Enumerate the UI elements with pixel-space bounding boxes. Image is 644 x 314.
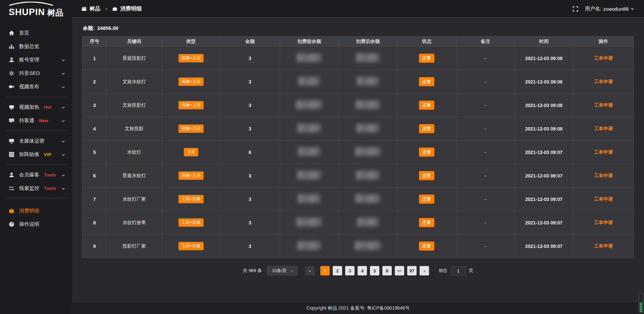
page-button-97[interactable]: 97	[407, 266, 417, 275]
table-row: 6景观水纹灯前缀+主词3正常-2021-12-03 09:07工单申请	[83, 164, 634, 188]
page-button-4[interactable]: 4	[358, 266, 367, 275]
cell-no: 5	[83, 141, 107, 164]
cell-no: 3	[83, 94, 107, 117]
type-badge: 主词+后缀	[178, 218, 204, 227]
sidebar-item-user-solid[interactable]: 会员爆客Tools	[0, 168, 72, 181]
ticket-apply-link[interactable]: 工单申请	[594, 79, 613, 84]
sidebar-item-video[interactable]: 视频发布	[0, 80, 72, 93]
status-badge: 正常	[419, 77, 434, 86]
cell-status: 正常	[397, 141, 456, 164]
sidebar-divider	[6, 198, 68, 199]
indicator-bar	[640, 309, 642, 310]
logo-text: SHUPIN	[9, 8, 45, 17]
sidebar-item-badge: VIP	[44, 152, 51, 157]
goto-page-input[interactable]	[451, 266, 466, 275]
status-badge: 正常	[419, 171, 434, 180]
cell-keyword: 投影灯厂家	[107, 234, 162, 258]
cell-balance-before	[280, 234, 339, 258]
sidebar-item-grid[interactable]: 矩阵助推VIP	[0, 148, 72, 161]
ticket-apply-link[interactable]: 工单申请	[594, 149, 613, 155]
cell-keyword: 文旅投影灯	[107, 94, 162, 117]
cell-remark: -	[456, 94, 515, 117]
overlay-widget[interactable]	[639, 293, 643, 313]
page-size-select[interactable]: 10条/页	[267, 266, 298, 275]
indicator-bar	[640, 311, 642, 312]
username-value: zswodun88	[603, 6, 629, 12]
masked-balance-value	[357, 77, 379, 86]
ticket-apply-link[interactable]: 工单申请	[594, 220, 613, 225]
column-header-balance-before: 扣费前余额	[280, 37, 339, 47]
table-header-row: 序号关键词类型金额扣费前余额扣费后余额状态备注时间操作	[83, 37, 634, 47]
sidebar-item-label: 全媒体运营	[19, 138, 44, 144]
user-menu[interactable]: 用户名: zswodun88	[585, 6, 635, 12]
topbar: 树品 > 消费明细 用户名: zswodun88	[72, 0, 644, 18]
ticket-apply-link[interactable]: 工单申请	[594, 102, 613, 108]
sidebar-item-label: 矩阵助推	[19, 151, 39, 158]
ticket-apply-link[interactable]: 工单申请	[594, 55, 613, 61]
cell-keyword: 水纹灯厂家	[107, 188, 162, 211]
sidebar-item-comment[interactable]: 抖客通New	[0, 114, 72, 127]
sidebar-item-label: 操作说明	[19, 221, 39, 227]
breadcrumb-item-home[interactable]: 树品	[82, 5, 100, 12]
pagination: 共 969 条 10条/页 ‹ 123456•••97 › 前往 页	[82, 266, 634, 275]
sidebar-item-bar-chart[interactable]: 数据总览	[0, 40, 72, 53]
column-header-amount: 金额	[220, 37, 280, 47]
page-button-5[interactable]: 5	[370, 266, 379, 275]
masked-balance-value	[298, 241, 321, 250]
cell-type: 前缀+主词	[162, 47, 220, 70]
page-button-1[interactable]: 1	[320, 266, 330, 275]
masked-balance-value	[357, 218, 379, 226]
sidebar-item-monitor[interactable]: 全媒体运营	[0, 134, 72, 148]
cell-remark: -	[456, 47, 515, 70]
ticket-apply-link[interactable]: 工单申请	[594, 196, 613, 202]
prev-page-button[interactable]: ‹	[305, 266, 315, 275]
next-page-button[interactable]: ›	[420, 266, 429, 275]
status-badge: 正常	[419, 148, 434, 157]
page-button-2[interactable]: 2	[333, 266, 342, 275]
cell-action: 工单申请	[573, 164, 634, 188]
ticket-apply-link[interactable]: 工单申请	[594, 243, 613, 249]
cell-balance-before	[280, 164, 339, 188]
column-header-keyword: 关键词	[107, 37, 162, 47]
table-row: 9投影灯厂家主词+后缀3正常-2021-12-03 09:07工单申请	[83, 234, 634, 258]
cell-remark: -	[456, 70, 515, 94]
goto-label: 前往	[439, 268, 447, 274]
sidebar-item-home[interactable]: 首页	[0, 26, 72, 40]
cell-balance-after	[339, 234, 397, 258]
username-label: 用户名:	[585, 6, 601, 12]
page-button-6[interactable]: 6	[382, 266, 392, 275]
cell-balance-before	[280, 141, 339, 164]
cell-status: 正常	[397, 47, 456, 70]
cell-status: 正常	[397, 117, 456, 141]
chevron-down-icon	[61, 186, 65, 191]
sidebar-item-user[interactable]: 账号管理	[0, 53, 72, 66]
type-badge: 主词	[184, 148, 198, 156]
copyright-text: Copyright 树品 2021 备案号: 粤ICP备09019646号	[306, 305, 410, 311]
masked-balance-value	[356, 171, 380, 179]
cell-keyword: 景观水纹灯	[107, 164, 162, 188]
page-button-3[interactable]: 3	[345, 266, 355, 275]
sidebar-item-sliders[interactable]: 线索监控Tools	[0, 181, 72, 195]
type-badge: 前缀+主词	[178, 124, 204, 133]
sidebar-item-badge: Tools	[44, 186, 56, 191]
indicator-bar	[640, 308, 642, 309]
sidebar-divider	[6, 97, 68, 97]
cell-amount: 3	[220, 211, 280, 234]
sidebar-item-label: 消费明细	[19, 208, 39, 214]
cell-remark: -	[456, 117, 515, 141]
sidebar-item-question[interactable]: ?操作说明	[0, 217, 72, 231]
cell-keyword: 文旅投影	[107, 117, 162, 141]
sidebar-item-wallet[interactable]: 消费明细	[0, 204, 72, 217]
masked-balance-value	[298, 147, 320, 156]
cell-action: 工单申请	[573, 47, 634, 70]
cell-keyword: 水纹灯	[107, 141, 162, 164]
more-pages-button[interactable]: •••	[395, 266, 404, 275]
sidebar-item-screen[interactable]: 视频加热Hot	[0, 100, 72, 114]
fullscreen-icon[interactable]	[573, 6, 578, 12]
indicator-bar	[640, 304, 642, 305]
sidebar-item-gear[interactable]: 抖音SEO	[0, 66, 72, 80]
ticket-apply-link[interactable]: 工单申请	[594, 126, 613, 131]
table-row: 7水纹灯厂家主词+后缀3正常-2021-12-03 09:07工单申请	[83, 188, 634, 211]
sidebar-divider	[6, 130, 68, 131]
ticket-apply-link[interactable]: 工单申请	[594, 173, 613, 178]
